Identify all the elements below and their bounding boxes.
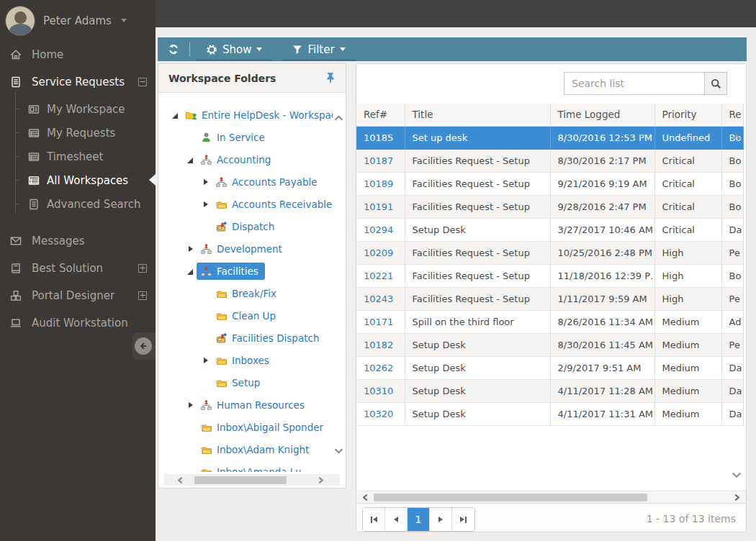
expand-section-icon[interactable]: +	[138, 264, 147, 273]
request-row[interactable]: 10310Setup Desk4/11/2017 11:28 AMMediumD…	[356, 379, 743, 402]
scroll-right-arrow[interactable]	[734, 494, 740, 501]
folder-tree-item[interactable]: Accounts Payable	[171, 171, 333, 193]
tree-expander-icon[interactable]	[186, 267, 195, 276]
folder-tree-item[interactable]: Development	[171, 237, 333, 260]
sidebar-item-audit-workstation[interactable]: Audit Workstation	[0, 309, 156, 337]
search-input[interactable]	[564, 72, 704, 95]
search-button[interactable]	[704, 72, 727, 95]
cell-ref[interactable]: 10191	[356, 195, 405, 218]
sidebar-item-all-workspaces[interactable]: All Workspaces	[0, 168, 156, 192]
sidebar-item-my-workspace[interactable]: My Workspace	[0, 97, 156, 121]
cell-ref[interactable]: 10243	[356, 287, 405, 310]
list-scroll-down-arrow[interactable]	[732, 471, 742, 479]
scroll-thumb[interactable]	[374, 494, 647, 501]
folder-tree-item[interactable]: Clean Up	[171, 304, 333, 327]
folder-icon	[215, 199, 228, 210]
cell-ref[interactable]: 10262	[356, 356, 405, 379]
sidebar-item-my-requests[interactable]: My Requests	[0, 121, 156, 145]
cell-ref[interactable]: 10187	[356, 149, 405, 172]
cell-ref[interactable]: 10294	[356, 218, 405, 241]
request-row[interactable]: 10209Facilities Request - Setup10/25/201…	[356, 241, 743, 264]
collapse-section-icon[interactable]: −	[138, 78, 147, 86]
column-header[interactable]: Priority	[654, 104, 721, 126]
tree-scroll-down-arrow[interactable]	[334, 447, 343, 455]
selected-folder[interactable]: Facilities	[197, 263, 265, 280]
request-row[interactable]: 10189Facilities Request - Setup9/21/2016…	[356, 172, 743, 195]
cell-ref[interactable]: 10171	[356, 310, 405, 333]
folder-tree-item[interactable]: Accounts Receivable	[171, 193, 333, 215]
request-row[interactable]: 10185Set up desk8/30/2016 12:53 PMUndefi…	[356, 126, 743, 149]
folder-tree-item[interactable]: Human Resources	[171, 394, 333, 416]
folder-tree-item[interactable]: Dispatch	[171, 215, 333, 237]
list-horizontal-scrollbar[interactable]	[356, 491, 746, 503]
tree-scroll-up-arrow[interactable]	[334, 114, 343, 122]
request-row[interactable]: 10320Setup Desk4/11/2017 11:31 AMMediumD…	[356, 402, 743, 425]
sidebar-item-best-solution[interactable]: Best Solution+	[0, 255, 156, 282]
folder-tree-item[interactable]: Inbox\Amanda Lu	[171, 460, 333, 472]
tree-expander-icon[interactable]	[186, 155, 195, 164]
column-header[interactable]: Ref#	[356, 104, 405, 126]
request-row[interactable]: 10262Setup Desk2/9/2017 9:51 AMMediumDa	[356, 356, 743, 379]
request-row[interactable]: 10171Spill on the third floor8/26/2016 1…	[356, 310, 743, 333]
tree-expander-icon[interactable]	[186, 245, 195, 253]
pin-icon[interactable]	[325, 72, 336, 84]
folder-tree-item[interactable]: Accounting	[171, 148, 333, 171]
folder-tree-item[interactable]: Facilities	[171, 260, 333, 282]
pager-next-button[interactable]	[430, 508, 452, 531]
pager-page-1-button[interactable]: 1	[408, 508, 430, 531]
folder-tree-item[interactable]: Break/Fix	[171, 282, 333, 304]
sidebar-item-home[interactable]: Home	[0, 41, 156, 68]
list-scroll-up-arrow[interactable]	[732, 133, 742, 141]
scroll-left-arrow[interactable]	[177, 476, 184, 484]
sidebar-item-portal-designer[interactable]: Portal Designer+	[0, 282, 156, 309]
expand-section-icon[interactable]: +	[138, 291, 147, 300]
folder-tree-item[interactable]: Inbox\Abigail Sponder	[171, 416, 333, 438]
user-menu[interactable]: Peter Adams	[0, 0, 156, 41]
request-row[interactable]: 10243Facilities Request - Setup1/11/2017…	[356, 287, 743, 310]
show-dropdown-button[interactable]: Show	[196, 37, 272, 61]
folder-tree-item[interactable]: Setup	[171, 371, 333, 394]
column-header[interactable]: Re	[721, 104, 743, 126]
filter-dropdown-button[interactable]: Filter	[282, 37, 355, 61]
tree-expander-spacer	[186, 445, 195, 454]
tree-expander-icon[interactable]	[202, 178, 210, 186]
request-row[interactable]: 10294Setup Desk3/27/2017 10:46 AMCritica…	[356, 218, 743, 241]
pager-first-button[interactable]	[363, 508, 385, 531]
cell-ref[interactable]: 10320	[356, 402, 405, 425]
sidebar-item-label: Audit Workstation	[32, 317, 128, 329]
tree-expander-icon[interactable]	[171, 111, 180, 119]
column-header[interactable]: Title	[405, 104, 550, 126]
refresh-button[interactable]	[158, 37, 189, 61]
tree-expander-icon[interactable]	[202, 356, 210, 365]
sidebar-item-timesheet[interactable]: Timesheet	[0, 145, 156, 168]
scroll-left-arrow[interactable]	[362, 494, 369, 501]
tree-expander-icon[interactable]	[202, 200, 210, 209]
cell-ref[interactable]: 10310	[356, 379, 405, 402]
sidebar-item-messages[interactable]: Messages	[0, 227, 156, 255]
folder-tree-item[interactable]: Inboxes	[171, 349, 333, 371]
folder-tree-item[interactable]: In Service	[171, 126, 333, 148]
pager-last-button[interactable]	[452, 508, 474, 531]
request-row[interactable]: 10221Facilities Request - Setup11/18/201…	[356, 264, 743, 287]
cell-ref[interactable]: 10189	[356, 172, 405, 195]
cell-ref[interactable]: 10185	[356, 126, 405, 149]
sidebar-collapse-button[interactable]	[132, 332, 156, 360]
cell-ref[interactable]: 10209	[356, 241, 405, 264]
sidebar-item-label: Best Solution	[32, 262, 103, 275]
sidebar-item-advanced-search[interactable]: Advanced Search	[0, 192, 156, 216]
tree-expander-icon[interactable]	[186, 401, 195, 409]
tree-horizontal-scrollbar[interactable]	[164, 474, 340, 486]
folder-tree-item[interactable]: Facilities Dispatch	[171, 327, 333, 349]
pager-previous-button[interactable]	[385, 508, 408, 531]
cell-ref[interactable]: 10221	[356, 264, 405, 287]
folder-tree-item[interactable]: Inbox\Adam Knight	[171, 438, 333, 460]
folder-tree-item[interactable]: Entire HelpDesk - Workspace	[171, 104, 333, 126]
column-header[interactable]: Time Logged	[550, 104, 654, 126]
scroll-thumb[interactable]	[194, 476, 287, 484]
request-row[interactable]: 10187Facilities Request - Setup8/30/2016…	[356, 149, 743, 172]
request-row[interactable]: 10191Facilities Request - Setup9/28/2016…	[356, 195, 743, 218]
request-row[interactable]: 10182Setup Desk8/30/2016 11:45 AMMediumP…	[356, 333, 743, 356]
scroll-right-arrow[interactable]	[318, 476, 324, 484]
cell-ref[interactable]: 10182	[356, 333, 405, 356]
sidebar-item-service-requests[interactable]: Service Requests−	[0, 68, 156, 96]
